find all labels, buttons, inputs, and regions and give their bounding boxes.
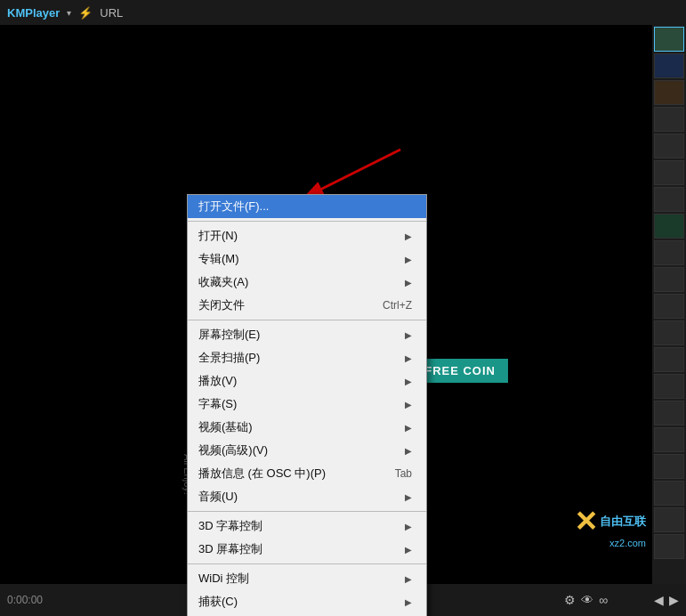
menu-item-shortcut: Tab [395, 467, 412, 480]
context-menu: 打开文件(F)...打开(N)▶专辑(M)▶收藏夹(A)▶关闭文件Ctrl+Z屏… [187, 194, 427, 616]
menu-item-play-info[interactable]: 播放信息 (在 OSC 中)(P)Tab [188, 462, 426, 485]
watermark: ✕ 自由互联 xz2.com [574, 507, 646, 548]
thumbnail-item[interactable] [654, 160, 684, 185]
watermark-domain: xz2.com [574, 538, 646, 548]
menu-item-screen-control[interactable]: 屏幕控制(E)▶ [188, 323, 426, 346]
menu-item-label: 收藏夹(A) [198, 274, 248, 290]
thumbnail-item[interactable] [654, 401, 684, 426]
menu-separator [188, 563, 426, 564]
submenu-arrow-icon: ▶ [405, 597, 412, 607]
menu-item-video-advanced[interactable]: 视频(高级)(V)▶ [188, 439, 426, 462]
title-arrow[interactable]: ▾ [67, 8, 71, 18]
thumbnail-item[interactable] [654, 427, 684, 452]
menu-item-label: 音频(U) [198, 489, 238, 505]
submenu-arrow-icon: ▶ [405, 522, 412, 531]
thumbnail-item[interactable] [654, 134, 684, 158]
menu-item-shortcut: Ctrl+Z [383, 299, 412, 312]
menu-item-label: 专辑(M) [198, 251, 239, 267]
menu-separator [188, 320, 426, 320]
thumbnail-item[interactable] [654, 507, 684, 532]
bolt-icon[interactable]: ⚡ [78, 6, 93, 20]
settings-icon[interactable]: ⚙ [564, 593, 576, 607]
loop-icon[interactable]: ∞ [599, 593, 608, 607]
menu-item-close-file[interactable]: 关闭文件Ctrl+Z [188, 294, 426, 317]
titlebar: KMPlayer ▾ ⚡ URL [0, 0, 686, 25]
menu-item-label: 捕获(C) [198, 594, 238, 610]
menu-item-fullscan[interactable]: 全景扫描(P)▶ [188, 346, 426, 369]
submenu-arrow-icon: ▶ [405, 330, 412, 340]
menu-item-capture[interactable]: 捕获(C)▶ [188, 590, 426, 613]
thumbnail-strip [652, 25, 686, 584]
menu-item-label: 字幕(S) [198, 396, 237, 412]
menu-item-label: 播放信息 (在 OSC 中)(P) [198, 466, 326, 482]
thumbnail-item[interactable] [654, 347, 684, 372]
submenu-arrow-icon: ▶ [405, 446, 412, 456]
watermark-x-icon: ✕ [574, 507, 598, 536]
submenu-arrow-icon: ▶ [405, 353, 412, 363]
menu-item-open-file[interactable]: 打开文件(F)... [188, 195, 426, 218]
menu-item-3d-screen[interactable]: 3D 屏幕控制▶ [188, 538, 426, 561]
thumbnail-item[interactable] [654, 240, 684, 265]
thumbnail-item[interactable] [654, 534, 684, 559]
thumbnail-item[interactable] [654, 374, 684, 399]
watermark-site: 自由互联 [600, 514, 646, 530]
thumbnail-item[interactable] [654, 267, 684, 292]
thumbnail-item[interactable] [654, 27, 684, 52]
submenu-arrow-icon: ▶ [405, 574, 412, 584]
submenu-arrow-icon: ▶ [405, 492, 412, 502]
submenu-arrow-icon: ▶ [405, 278, 412, 288]
menu-item-3d-subtitle[interactable]: 3D 字幕控制▶ [188, 515, 426, 538]
menu-item-video-basic[interactable]: 视频(基础)▶ [188, 416, 426, 439]
menu-item-label: WiDi 控制 [198, 571, 249, 587]
menu-item-play[interactable]: 播放(V)▶ [188, 369, 426, 393]
thumbnail-item[interactable] [654, 80, 684, 105]
svg-line-1 [303, 150, 400, 199]
menu-separator [188, 511, 426, 512]
video-area: FREE COIN 打开文件(F)...打开(N)▶专辑(M)▶收藏夹(A)▶关… [0, 25, 686, 584]
menu-item-label: 视频(基础) [198, 419, 253, 435]
menu-item-album[interactable]: 专辑(M)▶ [188, 247, 426, 271]
submenu-arrow-icon: ▶ [405, 545, 412, 555]
thumbnail-item[interactable] [654, 320, 684, 345]
url-button[interactable]: URL [100, 6, 123, 20]
app-logo: KMPlayer [7, 6, 60, 20]
thumbnail-item[interactable] [654, 214, 684, 239]
prev-icon[interactable]: ◀ [654, 593, 664, 607]
menu-item-label: 视频(高级)(V) [198, 442, 268, 458]
thumbnail-item[interactable] [654, 107, 684, 132]
free-coin-text: FREE COIN [424, 364, 496, 377]
thumbnail-item[interactable] [654, 53, 684, 78]
thumbnail-item[interactable] [654, 294, 684, 319]
menu-item-open[interactable]: 打开(N)▶ [188, 224, 426, 247]
thumbnail-item[interactable] [654, 187, 684, 212]
menu-item-label: 3D 字幕控制 [198, 518, 262, 534]
thumbnail-item[interactable] [654, 481, 684, 506]
next-icon[interactable]: ▶ [669, 593, 679, 607]
eye-icon[interactable]: 👁 [581, 593, 593, 607]
menu-item-widi[interactable]: WiDi 控制▶ [188, 567, 426, 590]
menu-item-favorites[interactable]: 收藏夹(A)▶ [188, 271, 426, 294]
submenu-arrow-icon: ▶ [405, 400, 412, 409]
menu-item-label: 关闭文件 [198, 297, 245, 313]
thumbnail-item[interactable] [654, 454, 684, 479]
submenu-arrow-icon: ▶ [405, 423, 412, 433]
menu-item-subtitle[interactable]: 字幕(S)▶ [188, 393, 426, 416]
menu-item-label: 打开文件(F)... [198, 199, 269, 215]
submenu-arrow-icon: ▶ [405, 377, 412, 386]
submenu-arrow-icon: ▶ [405, 231, 412, 241]
menu-separator [188, 221, 426, 222]
submenu-arrow-icon: ▶ [405, 255, 412, 264]
menu-item-label: 3D 屏幕控制 [198, 541, 262, 557]
menu-item-label: 播放(V) [198, 373, 237, 389]
menu-item-label: 屏幕控制(E) [198, 327, 260, 343]
menu-item-label: 全景扫描(P) [198, 350, 260, 366]
menu-item-label: 打开(N) [198, 228, 238, 244]
menu-item-audio[interactable]: 音频(U)▶ [188, 485, 426, 508]
time-display: 0:00:00 [7, 594, 43, 606]
